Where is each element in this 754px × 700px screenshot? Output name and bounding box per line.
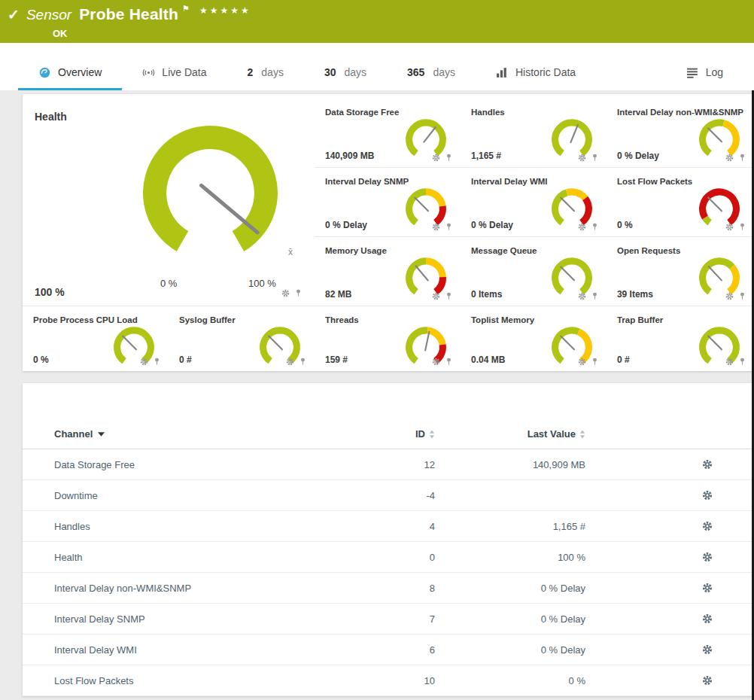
sort-by-last-value[interactable]: Last Value bbox=[435, 428, 585, 440]
gauge-value: 0 % bbox=[617, 220, 633, 230]
gauge-cell: Interval Delay SNMP 0 % Delay bbox=[315, 168, 461, 237]
gear-icon[interactable] bbox=[281, 289, 290, 297]
channel-name: Handles bbox=[54, 521, 333, 532]
tab-live-data[interactable]: Live Data bbox=[122, 56, 227, 90]
gear-icon[interactable] bbox=[725, 358, 734, 366]
channel-last-value: 0 % Delay bbox=[435, 583, 585, 594]
column-header-channel: Channel bbox=[54, 428, 93, 440]
tab-overview-label: Overview bbox=[58, 66, 102, 78]
health-gauge-dial bbox=[137, 123, 284, 257]
pin-icon[interactable] bbox=[153, 358, 161, 366]
pin-icon[interactable] bbox=[445, 358, 453, 366]
channel-name: Downtime bbox=[54, 490, 333, 501]
sort-by-id[interactable]: ID bbox=[333, 428, 435, 440]
gear-icon[interactable] bbox=[578, 358, 586, 366]
gauge-value: 82 MB bbox=[325, 289, 351, 300]
flag-icon[interactable]: ⚑ bbox=[182, 4, 190, 14]
health-value: 100 % bbox=[35, 286, 65, 298]
tab-overview[interactable]: Overview bbox=[18, 56, 122, 90]
pin-icon[interactable] bbox=[294, 289, 303, 297]
gauge-cell: Interval Delay WMI 0 % Delay bbox=[461, 168, 607, 237]
gauge-cell: Syslog Buffer 0 # bbox=[169, 306, 315, 371]
table-header-row: Channel ID Last Value bbox=[23, 419, 754, 449]
page-content: Health 0 % 100 % x̄ 100 % Data Storage F… bbox=[0, 90, 754, 696]
pin-icon[interactable] bbox=[591, 292, 599, 300]
gauge-value: 159 # bbox=[325, 355, 348, 365]
pin-icon[interactable] bbox=[445, 154, 453, 162]
sort-arrows-icon bbox=[579, 430, 585, 439]
gear-icon[interactable] bbox=[140, 358, 148, 366]
gauge-value: 0 % Delay bbox=[325, 220, 367, 230]
channel-id: 10 bbox=[333, 675, 435, 686]
gear-icon[interactable] bbox=[702, 583, 713, 593]
table-row: Interval Delay non-WMI&SNMP 8 0 % Delay bbox=[23, 573, 754, 604]
tab-2-days[interactable]: 2 days bbox=[227, 56, 304, 90]
gear-icon[interactable] bbox=[432, 223, 440, 231]
status-badge: OK bbox=[53, 28, 746, 39]
pin-icon[interactable] bbox=[738, 223, 746, 231]
pin-icon[interactable] bbox=[738, 154, 746, 162]
channels-panel: Channel ID Last Value Data Storage Free … bbox=[23, 383, 754, 696]
pin-icon[interactable] bbox=[445, 223, 453, 231]
health-title: Health bbox=[35, 111, 304, 123]
column-header-id: ID bbox=[415, 428, 425, 440]
pin-icon[interactable] bbox=[591, 223, 599, 231]
channel-id: 4 bbox=[333, 521, 435, 532]
table-row: Lost Flow Packets 10 0 % bbox=[23, 665, 754, 696]
gear-icon[interactable] bbox=[286, 358, 294, 366]
gear-icon[interactable] bbox=[432, 292, 440, 300]
log-list-icon bbox=[686, 67, 699, 78]
gear-icon[interactable] bbox=[702, 521, 713, 531]
gauge-cell: Open Requests 39 Items bbox=[607, 237, 754, 306]
gauge-value: 1,165 # bbox=[471, 151, 501, 161]
tab-historic-data[interactable]: Historic Data bbox=[476, 56, 596, 90]
gear-icon[interactable] bbox=[702, 644, 713, 655]
tab-log[interactable]: Log bbox=[666, 56, 743, 90]
gear-icon[interactable] bbox=[578, 154, 586, 162]
table-row: Downtime -4 bbox=[23, 480, 754, 511]
gauge-value: 0 % Delay bbox=[471, 220, 513, 230]
health-gauge-panel: Health 0 % 100 % x̄ 100 % bbox=[23, 99, 315, 306]
channel-name: Health bbox=[54, 552, 333, 563]
gear-icon[interactable] bbox=[725, 292, 734, 300]
priority-stars[interactable]: ★★★★★ bbox=[199, 5, 251, 16]
gauge-cell: Threads 159 # bbox=[315, 306, 461, 371]
sort-by-channel[interactable]: Channel bbox=[54, 428, 333, 440]
gear-icon[interactable] bbox=[702, 552, 713, 562]
sensor-title: Probe Health bbox=[79, 5, 178, 23]
gauge-value: 0 % bbox=[33, 355, 49, 365]
sensor-type-label: Sensor bbox=[26, 7, 71, 23]
pin-icon[interactable] bbox=[591, 154, 599, 162]
gear-icon[interactable] bbox=[432, 358, 440, 366]
tab-365-days[interactable]: 365 days bbox=[387, 56, 476, 90]
gear-icon[interactable] bbox=[725, 154, 734, 162]
gear-icon[interactable] bbox=[702, 675, 713, 686]
gauge-value: 0 % Delay bbox=[617, 151, 659, 161]
pin-icon[interactable] bbox=[299, 358, 307, 366]
channel-name: Interval Delay WMI bbox=[54, 644, 333, 656]
gear-icon[interactable] bbox=[578, 223, 586, 231]
gauge-value: 39 Items bbox=[617, 289, 653, 300]
channel-last-value: 140,909 MB bbox=[435, 459, 585, 470]
gauge-cell: Toplist Memory 0.04 MB bbox=[461, 306, 607, 371]
column-header-last-value: Last Value bbox=[527, 428, 576, 440]
table-row: Health 0 100 % bbox=[23, 542, 754, 573]
channel-id: 7 bbox=[333, 613, 435, 625]
gear-icon[interactable] bbox=[702, 459, 713, 470]
gauge-cell: Handles 1,165 # bbox=[461, 99, 607, 168]
channel-id: 12 bbox=[333, 459, 435, 470]
gear-icon[interactable] bbox=[702, 490, 713, 501]
average-marker: x̄ bbox=[288, 247, 293, 257]
health-scale-max: 100 % bbox=[248, 278, 276, 289]
gear-icon[interactable] bbox=[578, 292, 586, 300]
gear-icon[interactable] bbox=[702, 613, 713, 624]
pin-icon[interactable] bbox=[445, 292, 453, 300]
pin-icon[interactable] bbox=[738, 358, 746, 366]
pin-icon[interactable] bbox=[591, 358, 599, 366]
table-row: Interval Delay SNMP 7 0 % Delay bbox=[23, 604, 754, 635]
gear-icon[interactable] bbox=[725, 223, 734, 231]
tab-30-days[interactable]: 30 days bbox=[304, 56, 387, 90]
bar-chart-icon bbox=[496, 67, 509, 78]
pin-icon[interactable] bbox=[738, 292, 746, 300]
gear-icon[interactable] bbox=[432, 154, 440, 162]
